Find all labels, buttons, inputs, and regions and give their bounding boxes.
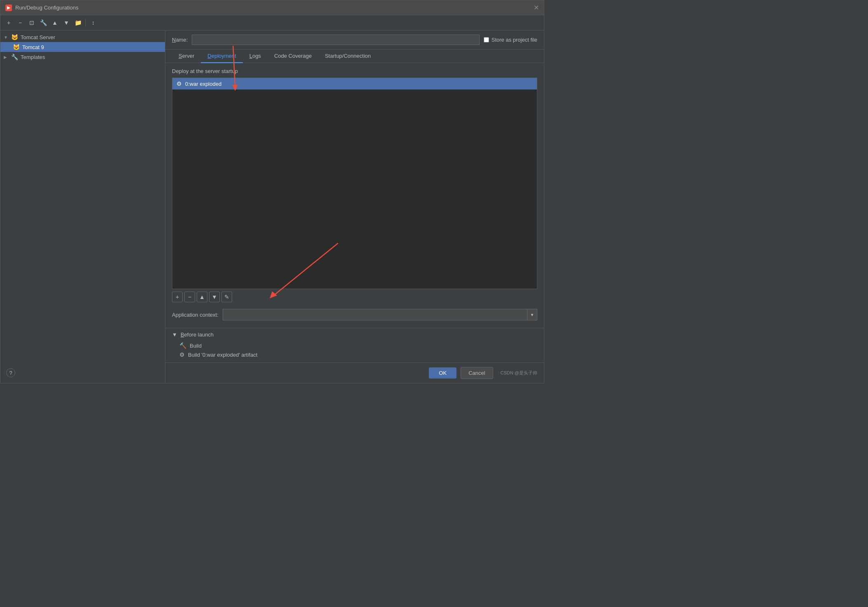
before-launch-label: Before launch [181, 332, 214, 338]
deploy-edit-button[interactable]: ✎ [221, 292, 232, 302]
deploy-add-button[interactable]: + [172, 292, 183, 302]
tomcat-server-icon: 🐱 [11, 34, 18, 40]
tomcat9-label: Tomcat 9 [22, 44, 44, 50]
deploy-down-button[interactable]: ▼ [209, 292, 220, 302]
war-exploded-icon: ⚙ [176, 80, 182, 87]
cancel-button[interactable]: Cancel [461, 367, 493, 379]
name-input[interactable]: Tomcat 9 [192, 35, 479, 45]
sort-button[interactable]: ↕ [88, 18, 98, 28]
tab-logs[interactable]: Logs [243, 49, 268, 63]
watermark: CSDN @是头子帅 [501, 370, 537, 376]
ok-button[interactable]: OK [429, 367, 456, 379]
store-project-row: Store as project file [484, 37, 537, 43]
deploy-list: ⚙ 0:war exploded [172, 78, 537, 289]
tab-deployment[interactable]: Deployment [201, 49, 242, 63]
before-launch-section: ▼ Before launch 🔨 Build ⚙ Build '0:war e… [165, 328, 544, 362]
tab-server[interactable]: Server [172, 49, 201, 63]
tab-startup-connection[interactable]: Startup/Connection [318, 49, 377, 63]
tabs: Server Deployment Logs Code Coverage Sta… [165, 49, 544, 63]
app-context-row: Application context: / ▼ [172, 306, 537, 323]
templates-icon: 🔧 [11, 54, 18, 60]
main-content: ▼ 🐱 Tomcat Server 🐱 Tomcat 9 ▶ 🔧 Templat… [0, 31, 544, 383]
tomcat-server-label: Tomcat Server [21, 34, 55, 40]
build-artifact-icon: ⚙ [179, 351, 185, 358]
deploy-section-label: Deploy at the server startup [172, 68, 537, 74]
store-project-checkbox[interactable] [484, 37, 489, 42]
sidebar-item-tomcat9[interactable]: 🐱 Tomcat 9 [0, 42, 165, 52]
app-context-label: Application context: [172, 312, 219, 318]
right-panel: Name: Tomcat 9 Store as project file Ser… [165, 31, 544, 383]
build-artifact-label: Build '0:war exploded' artifact [188, 352, 257, 358]
move-up-button[interactable]: ▲ [50, 18, 60, 28]
deploy-up-button[interactable]: ▲ [197, 292, 207, 302]
help-button[interactable]: ? [6, 368, 15, 377]
build-label: Build [190, 343, 202, 349]
dialog-title: Run/Debug Configurations [15, 5, 78, 11]
list-toolbar: + − ▲ ▼ ✎ [172, 289, 537, 305]
main-toolbar: + − ⊡ 🔧 ▲ ▼ 📁 ↕ [0, 15, 544, 31]
close-button[interactable]: ✕ [534, 4, 539, 12]
sidebar-item-tomcat-server[interactable]: ▼ 🐱 Tomcat Server [0, 32, 165, 42]
before-launch-build[interactable]: 🔨 Build [172, 341, 537, 350]
app-context-dropdown-button[interactable]: ▼ [527, 309, 537, 320]
title-bar: ▶ Run/Debug Configurations ✕ [0, 0, 544, 15]
app-context-input-wrap: / ▼ [223, 309, 537, 320]
name-label: Name: [172, 37, 188, 43]
move-down-button[interactable]: ▼ [61, 18, 71, 28]
deploy-item-war-exploded[interactable]: ⚙ 0:war exploded [172, 78, 537, 89]
deploy-remove-button[interactable]: − [184, 292, 195, 302]
sidebar: ▼ 🐱 Tomcat Server 🐱 Tomcat 9 ▶ 🔧 Templat… [0, 31, 165, 383]
before-launch-expand-icon: ▼ [172, 332, 177, 338]
sidebar-item-templates[interactable]: ▶ 🔧 Templates [0, 52, 165, 62]
tomcat9-icon: 🐱 [13, 44, 20, 50]
remove-config-button[interactable]: − [15, 18, 25, 28]
toolbar-separator [85, 19, 86, 26]
copy-config-button[interactable]: ⊡ [27, 18, 37, 28]
war-exploded-label: 0:war exploded [185, 81, 221, 87]
expand-icon: ▼ [4, 35, 9, 40]
app-icon: ▶ [5, 5, 12, 11]
before-launch-header[interactable]: ▼ Before launch [172, 332, 537, 338]
add-config-button[interactable]: + [4, 18, 14, 28]
wrench-button[interactable]: 🔧 [38, 18, 48, 28]
folder-button[interactable]: 📁 [73, 18, 83, 28]
app-context-input[interactable]: / [223, 310, 527, 320]
tab-code-coverage[interactable]: Code Coverage [268, 49, 318, 63]
templates-label: Templates [21, 54, 45, 60]
before-launch-build-artifact[interactable]: ⚙ Build '0:war exploded' artifact [172, 350, 537, 359]
deployment-panel: Deploy at the server startup ⚙ 0:war exp… [165, 63, 544, 328]
build-icon: 🔨 [179, 342, 186, 349]
name-row: Name: Tomcat 9 Store as project file [165, 31, 544, 49]
bottom-bar: OK Cancel CSDN @是头子帅 [165, 362, 544, 383]
store-project-label: Store as project file [492, 37, 537, 43]
templates-expand-icon: ▶ [4, 55, 9, 59]
